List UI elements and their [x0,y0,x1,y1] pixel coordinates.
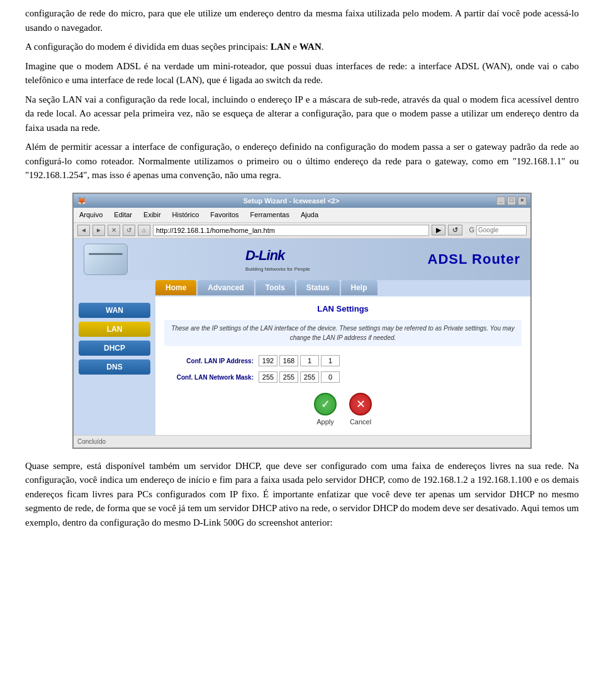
lan-mask-row: Conf. LAN Network Mask: [164,371,522,383]
menu-editar[interactable]: Editar [112,209,134,221]
browser-titlebar: 🦊 Setup Wizard - Iceweasel <2> _ □ × [74,194,530,208]
lan-mask-label: Conf. LAN Network Mask: [164,373,259,382]
ip-octet-4[interactable] [321,355,340,366]
menu-ferramentas[interactable]: Ferramentas [249,209,291,221]
ip-octet-2[interactable] [279,355,298,366]
cancel-label: Cancel [350,417,371,427]
browser-toolbar: ◄ ► ✕ ↺ ⌂ ▶ ↺ G [74,223,530,239]
paragraph-4: Na seção LAN vai a configuração da rede … [25,93,579,135]
lan-ip-label: Conf. LAN IP Address: [164,356,259,366]
close-button[interactable]: × [518,196,527,205]
dlink-logo-main: D-Link [245,245,310,266]
cancel-icon[interactable]: ✕ [349,393,372,415]
cancel-button-group[interactable]: ✕ Cancel [349,393,372,427]
google-search-box: G [469,225,527,235]
refresh-button[interactable]: ↺ [448,225,462,235]
router-body: WAN LAN DHCP DNS LAN Settings These are … [74,296,530,435]
lan-action-buttons: ✓ Apply ✕ Cancel [164,393,522,427]
dlink-logo-sub: Building Networks for People [245,266,310,273]
lan-mask-inputs [259,371,340,383]
nav-status[interactable]: Status [296,280,340,295]
forward-button[interactable]: ► [92,225,105,236]
menu-favoritos[interactable]: Favoritos [208,209,240,221]
stop-button[interactable]: ✕ [108,225,120,236]
menu-ajuda[interactable]: Ajuda [299,209,320,221]
menu-exibir[interactable]: Exibir [142,209,163,221]
google-label: G [469,225,474,235]
browser-titlebar-controls[interactable]: _ □ × [496,196,527,205]
statusbar-text: Concluído [77,438,106,445]
sidebar-wan[interactable]: WAN [79,303,150,318]
screenshot-container: 🦊 Setup Wizard - Iceweasel <2> _ □ × Arq… [25,193,579,449]
mask-octet-3[interactable] [300,371,319,383]
sidebar-lan[interactable]: LAN [79,322,150,337]
apply-icon[interactable]: ✓ [314,393,337,415]
router-main-content: LAN Settings These are the IP settings o… [155,296,530,435]
lan-settings-title: LAN Settings [164,303,522,315]
address-bar[interactable] [153,225,429,236]
apply-label: Apply [316,417,334,427]
browser-content: D-Link Building Networks for People ADSL… [74,239,530,448]
menu-historico[interactable]: Histórico [171,209,201,221]
ip-octet-1[interactable] [259,355,277,366]
browser-title: Setup Wizard - Iceweasel <2> [86,196,496,206]
paragraph-3: Imagine que o modem ADSL é na verdade um… [25,59,579,88]
nav-advanced[interactable]: Advanced [198,280,254,295]
paragraph-5: Além de permitir acessar a interface de … [25,140,579,183]
router-model: ADSL Router [428,249,521,269]
nav-home[interactable]: Home [155,280,196,295]
back-button[interactable]: ◄ [77,225,90,236]
maximize-button[interactable]: □ [507,196,516,205]
menu-arquivo[interactable]: Arquivo [77,209,104,221]
sidebar-dns[interactable]: DNS [79,359,150,375]
sidebar-dhcp[interactable]: DHCP [79,341,150,356]
reload-button[interactable]: ↺ [123,225,135,236]
apply-button-group[interactable]: ✓ Apply [314,393,337,427]
browser-icon: 🦊 [77,196,86,206]
paragraph-6: Quase sempre, está disponível também um … [25,459,579,530]
mask-octet-2[interactable] [279,371,298,383]
ip-octet-3[interactable] [300,355,319,366]
mask-octet-1[interactable] [259,371,277,383]
nav-tools[interactable]: Tools [255,280,295,295]
router-sidebar: WAN LAN DHCP DNS [74,296,155,435]
lan-ip-row: Conf. LAN IP Address: [164,355,522,366]
router-nav: Home Advanced Tools Status Help [74,280,530,296]
browser-window: 🦊 Setup Wizard - Iceweasel <2> _ □ × Arq… [72,193,532,449]
lan-settings-desc: These are the IP settings of the LAN int… [164,320,522,346]
lan-ip-inputs [259,355,340,366]
browser-menubar: Arquivo Editar Exibir Histórico Favorito… [74,208,530,223]
mask-octet-4[interactable] [321,371,340,383]
dlink-logo: D-Link Building Networks for People [245,245,310,273]
paragraph-1: configuração de rede do micro, para que … [25,6,579,35]
home-button[interactable]: ⌂ [138,225,150,236]
paragraph-2: A configuração do modem é dividida em du… [25,40,579,54]
browser-statusbar: Concluído [74,435,530,448]
google-search-input[interactable] [476,225,527,235]
go-button[interactable]: ▶ [432,225,445,235]
nav-help[interactable]: Help [341,280,378,295]
router-header: D-Link Building Networks for People ADSL… [74,239,530,280]
minimize-button[interactable]: _ [496,196,505,205]
router-device-image [84,244,128,275]
